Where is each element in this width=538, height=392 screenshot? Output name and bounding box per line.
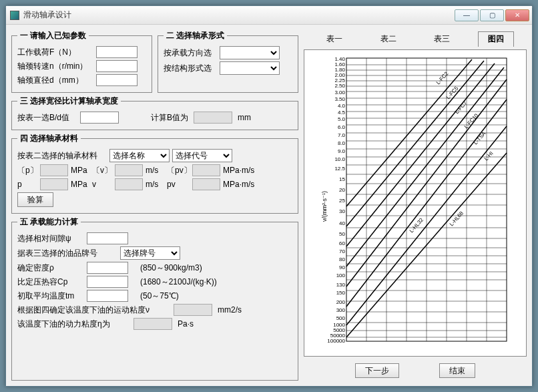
eta-label: 该温度下油的动力粘度η为	[17, 319, 131, 330]
pv-unit: MPa·m/s	[223, 180, 254, 189]
diameter-label: 轴颈直径d（mm）	[17, 75, 93, 86]
content: 一 请输入已知参数 工作载荷F（N） 轴颈转速n（r/min） 轴颈直径d（mm…	[6, 25, 532, 386]
left-panel: 一 请输入已知参数 工作载荷F（N） 轴颈转速n（r/min） 轴颈直径d（mm…	[11, 30, 298, 381]
window-title: 滑动轴承设计	[23, 9, 453, 21]
svg-text:300: 300	[336, 307, 346, 313]
pv-allow-label: 〔pv〕	[167, 165, 190, 176]
svg-text:4.5: 4.5	[338, 110, 346, 116]
pv-allow-output	[192, 164, 220, 176]
svg-text:90: 90	[339, 264, 345, 270]
svg-text:5.0: 5.0	[338, 116, 346, 122]
svg-text:200: 200	[336, 299, 346, 305]
v-unit: m/s	[146, 180, 164, 189]
next-button[interactable]: 下一步	[355, 363, 399, 378]
load-label: 工作载荷F（N）	[17, 47, 93, 58]
by-struct-label: 按结构形式选	[164, 63, 217, 74]
by-load-select[interactable]	[220, 46, 280, 59]
svg-text:60: 60	[339, 240, 345, 246]
tabs: 表一 表二 表三 图四	[304, 30, 527, 48]
tab-table1[interactable]: 表一	[316, 31, 352, 47]
svg-text:4.0: 4.0	[338, 103, 346, 109]
svg-text:100000: 100000	[327, 338, 345, 344]
by-load-label: 按承载方向选	[164, 47, 217, 59]
eta-output	[133, 318, 172, 330]
material-code-select[interactable]: 选择代号	[172, 149, 232, 162]
chart-ylabel: ν/(mm²·s⁻¹)	[321, 191, 328, 222]
verify-button[interactable]: 验算	[17, 192, 53, 207]
p-output	[40, 178, 68, 190]
oil-select[interactable]: 选择牌号	[120, 246, 180, 260]
tm-input[interactable]	[87, 290, 128, 302]
svg-text:40: 40	[339, 220, 345, 226]
cp-input[interactable]	[87, 276, 128, 288]
rho-input[interactable]	[87, 262, 128, 274]
section-capacity: 五 承载能力计算 选择相对间隙ψ 据表三选择的油品牌号 选择牌号 确定密度ρ (…	[11, 216, 298, 381]
svg-text:3.50: 3.50	[334, 96, 345, 102]
v-allow-output	[115, 164, 143, 176]
tm-label: 初取平均温度tm	[17, 290, 84, 302]
bottom-buttons: 下一步 结束	[304, 357, 527, 381]
psi-input[interactable]	[87, 232, 128, 244]
nu-label: 根据图四确定该温度下油的运动粘度ν	[17, 305, 171, 316]
b-calc-label: 计算B值为	[151, 112, 188, 124]
rho-label: 确定密度ρ	[17, 262, 84, 274]
chart-area[interactable]: 1.401.601.80 2.002.252.50 3.003.504.0 4.…	[304, 49, 527, 357]
section-params: 一 请输入已知参数 工作载荷F（N） 轴颈转速n（r/min） 轴颈直径d（mm…	[11, 30, 152, 93]
svg-text:100: 100	[336, 272, 346, 278]
cp-label: 比定压热容Cp	[17, 276, 84, 288]
svg-text:50: 50	[339, 231, 345, 237]
section-material-legend: 四 选择轴承材料	[17, 133, 81, 144]
minimize-button[interactable]: —	[455, 9, 479, 21]
rho-range: (850～900kg/m3)	[140, 262, 202, 274]
cp-range: (1680～2100J/(kg·K))	[140, 276, 217, 288]
svg-text:8.0: 8.0	[338, 140, 346, 146]
p-unit: MPa	[71, 180, 89, 189]
pv-allow-unit: MPa·m/s	[223, 166, 254, 175]
tm-range: (50～75℃)	[140, 290, 179, 302]
v-output	[115, 178, 143, 190]
section-bearing-form: 二 选择轴承形式 按承载方向选 按结构形式选	[158, 30, 298, 93]
titlebar: 滑动轴承设计 — ▢ ✕	[6, 6, 532, 25]
app-icon	[10, 11, 19, 20]
diameter-input[interactable]	[96, 74, 138, 86]
material-name-select[interactable]: 选择名称	[109, 149, 170, 162]
section-width-legend: 三 选择宽径比计算轴承宽度	[17, 95, 121, 107]
app-window: 滑动轴承设计 — ▢ ✕ 一 请输入已知参数 工作载荷F（N） 轴颈转速n（r/…	[5, 5, 533, 387]
svg-text:3.00: 3.00	[334, 89, 345, 95]
v-allow-label: 〔v〕	[92, 165, 112, 176]
svg-text:70: 70	[339, 248, 345, 254]
speed-input[interactable]	[96, 60, 138, 72]
svg-text:80: 80	[339, 256, 345, 262]
p-allow-unit: MPa	[71, 166, 89, 175]
svg-text:2.50: 2.50	[334, 83, 345, 89]
eta-unit: Pa·s	[178, 319, 194, 329]
section-width: 三 选择宽径比计算轴承宽度 按表一选B/d值 计算B值为 mm	[11, 95, 298, 130]
svg-text:500: 500	[336, 315, 346, 321]
svg-text:30: 30	[339, 208, 345, 214]
oil-label: 据表三选择的油品牌号	[17, 248, 117, 259]
v-allow-unit: m/s	[146, 166, 164, 175]
load-input[interactable]	[96, 46, 138, 58]
nu-unit: mm2/s	[218, 305, 242, 315]
svg-text:15: 15	[339, 176, 345, 182]
speed-label: 轴颈转速n（r/min）	[17, 61, 93, 72]
p-allow-output	[40, 164, 68, 176]
section-params-legend: 一 请输入已知参数	[17, 30, 89, 41]
p-allow-label: 〔p〕	[17, 165, 37, 176]
right-panel: 表一 表二 表三 图四	[304, 30, 527, 381]
end-button[interactable]: 结束	[439, 363, 475, 378]
by-struct-select[interactable]	[220, 61, 280, 75]
close-button[interactable]: ✕	[505, 9, 529, 21]
maximize-button[interactable]: ▢	[480, 9, 504, 21]
tab-table3[interactable]: 表三	[424, 31, 460, 47]
svg-text:6.0: 6.0	[338, 124, 346, 130]
pv-label: pv	[167, 180, 190, 189]
svg-text:9.0: 9.0	[338, 148, 346, 154]
b-value-output	[194, 112, 232, 124]
tab-figure4[interactable]: 图四	[478, 31, 514, 47]
p-label: p	[17, 180, 37, 189]
material-label: 按表二选择的轴承材料	[17, 150, 107, 162]
bd-input[interactable]	[80, 112, 119, 124]
svg-text:130: 130	[336, 282, 346, 288]
tab-table2[interactable]: 表二	[370, 31, 407, 47]
